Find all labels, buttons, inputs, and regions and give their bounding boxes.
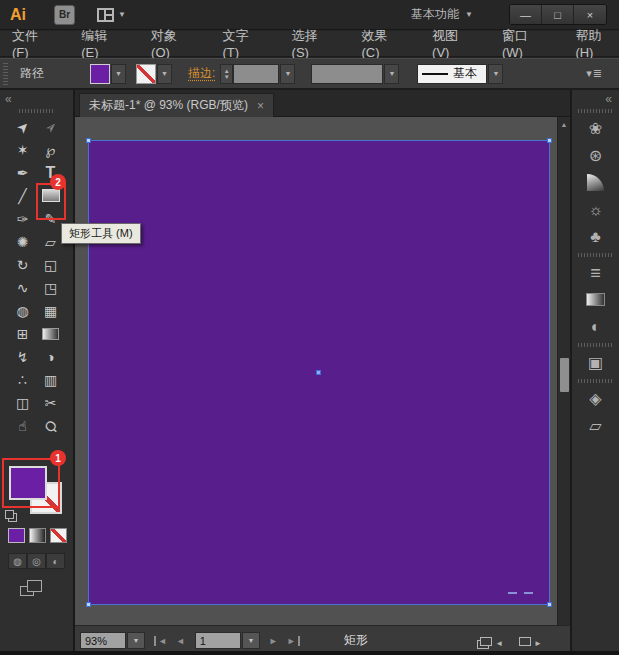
brush-definition-field[interactable]: 基本: [417, 64, 487, 84]
dock-item-transparency[interactable]: ◐: [572, 313, 619, 340]
draw-inside-button[interactable]: ◐: [46, 553, 65, 569]
last-artboard-button[interactable]: ►: [287, 636, 300, 646]
dock-collapse-button[interactable]: «: [572, 90, 619, 106]
draw-normal-button[interactable]: ◍: [8, 553, 27, 569]
first-artboard-button[interactable]: ◄: [154, 636, 167, 646]
fill-color-swatch[interactable]: [90, 64, 110, 84]
default-fill-stroke-icon[interactable]: [5, 510, 14, 519]
dock-item-symbols[interactable]: ♣: [572, 223, 619, 250]
stroke-weight-label[interactable]: 描边:: [188, 65, 215, 82]
direct-selection-tool[interactable]: ➢: [37, 115, 65, 138]
dock-item-pattern[interactable]: ☼: [572, 196, 619, 223]
workspace-switcher[interactable]: 基本功能 ▼: [411, 6, 473, 23]
center-point[interactable]: [316, 370, 321, 375]
hand-tool[interactable]: ☝: [9, 414, 37, 437]
blend-tool[interactable]: ◑: [37, 345, 65, 368]
control-panel-menu-icon[interactable]: ▾≣: [586, 67, 603, 80]
toolbar-grip[interactable]: [19, 109, 55, 113]
stroke-weight-field[interactable]: [233, 64, 279, 84]
previous-artboard-button[interactable]: ◄: [176, 636, 185, 646]
zoom-dropdown-button[interactable]: ▼: [127, 632, 145, 649]
stroke-dropdown-button[interactable]: ▼: [157, 64, 172, 84]
selection-handle[interactable]: [86, 602, 91, 607]
menu-type[interactable]: 文字(T): [222, 27, 264, 60]
toolbar-collapse-button[interactable]: «: [0, 90, 73, 106]
scroll-up-icon[interactable]: ▲: [558, 117, 570, 128]
stroke-weight-stepper[interactable]: ▲ ▼: [220, 64, 233, 84]
selection-tool[interactable]: ➤: [9, 115, 37, 138]
paintbrush-tool[interactable]: ✑: [9, 207, 37, 230]
zoom-tool[interactable]: Ϙ: [37, 414, 65, 437]
menu-help[interactable]: 帮助(H): [575, 27, 619, 60]
dock-item-swatches[interactable]: ⊛: [572, 142, 619, 169]
lasso-tool[interactable]: ℘: [37, 138, 65, 161]
vertical-scrollbar[interactable]: ▲: [557, 117, 570, 625]
gradient-button[interactable]: [29, 528, 46, 543]
brush-definition-dropdown[interactable]: ▼: [488, 64, 503, 84]
draw-behind-button[interactable]: ◎: [27, 553, 46, 569]
pen-tool[interactable]: ✒: [9, 161, 37, 184]
selected-rectangle[interactable]: [88, 140, 550, 605]
document-tab[interactable]: 未标题-1* @ 93% (RGB/预览) ×: [79, 93, 274, 117]
perspective-grid-tool[interactable]: ▦: [37, 299, 65, 322]
next-artboard-button[interactable]: ►: [269, 636, 278, 646]
artboard-dropdown-button[interactable]: ▼: [242, 632, 260, 649]
scale-tool[interactable]: ◱: [37, 253, 65, 276]
menu-effect[interactable]: 效果(C): [361, 27, 405, 60]
canvas[interactable]: [75, 117, 557, 625]
dock-item-artboards[interactable]: ▱: [572, 412, 619, 439]
dock-item-brushes[interactable]: ❀: [572, 115, 619, 142]
selection-handle[interactable]: [547, 138, 552, 143]
artboard-tool[interactable]: ◫: [9, 391, 37, 414]
maximize-button[interactable]: □: [542, 5, 574, 24]
selection-handle[interactable]: [86, 138, 91, 143]
close-button[interactable]: ×: [574, 5, 606, 24]
symbol-sprayer-tool[interactable]: ∴: [9, 368, 37, 391]
dock-item-gradient[interactable]: [572, 169, 619, 196]
mesh-tool[interactable]: ⊞: [9, 322, 37, 345]
arrange-documents-button[interactable]: ▼: [97, 8, 126, 22]
free-transform-tool[interactable]: ◳: [37, 276, 65, 299]
menu-window[interactable]: 窗口(W): [502, 27, 548, 60]
rotate-tool[interactable]: ↻: [9, 253, 37, 276]
dock-item-stroke[interactable]: ≡: [572, 259, 619, 286]
stroke-color-swatch[interactable]: [136, 64, 156, 84]
artboard-number-field[interactable]: 1: [195, 632, 241, 649]
width-tool[interactable]: ∿: [9, 276, 37, 299]
variable-width-dropdown[interactable]: ▼: [384, 64, 399, 84]
minimize-button[interactable]: —: [510, 5, 542, 24]
dock-grip[interactable]: [578, 109, 614, 113]
dock-item-appearance[interactable]: ▣: [572, 349, 619, 376]
screen-mode-button[interactable]: [20, 580, 44, 598]
variable-width-profile-field[interactable]: [311, 64, 383, 84]
magic-wand-tool[interactable]: ✶: [9, 138, 37, 161]
menu-object[interactable]: 对象(O): [151, 27, 195, 60]
dock-grip[interactable]: [578, 379, 614, 383]
tab-close-icon[interactable]: ×: [257, 99, 264, 113]
line-segment-tool[interactable]: ╱: [9, 184, 37, 207]
gradient-tool[interactable]: [37, 322, 65, 345]
column-graph-tool[interactable]: ▥: [37, 368, 65, 391]
blob-brush-tool[interactable]: ✺: [9, 230, 37, 253]
dock-item-gradient-panel[interactable]: [572, 286, 619, 313]
eyedropper-tool[interactable]: ↯: [9, 345, 37, 368]
shape-builder-tool[interactable]: ◍: [9, 299, 37, 322]
color-button[interactable]: [8, 528, 25, 543]
bridge-button[interactable]: Br: [54, 5, 75, 25]
zoom-level-field[interactable]: 93%: [80, 632, 126, 649]
pages-nav-back[interactable]: ◄: [480, 632, 503, 650]
fill-dropdown-button[interactable]: ▼: [111, 64, 126, 84]
menu-file[interactable]: 文件(F): [12, 27, 54, 60]
menu-edit[interactable]: 编辑(E): [81, 27, 124, 60]
dock-item-layers[interactable]: ◈: [572, 385, 619, 412]
slice-tool[interactable]: ✂: [37, 391, 65, 414]
scrollbar-thumb[interactable]: [560, 358, 569, 392]
menu-view[interactable]: 视图(V): [432, 27, 475, 60]
stroke-weight-dropdown[interactable]: ▼: [280, 64, 295, 84]
none-button[interactable]: [50, 528, 67, 543]
dock-grip[interactable]: [578, 253, 614, 257]
panel-grip[interactable]: [3, 63, 8, 85]
dock-grip[interactable]: [578, 343, 614, 347]
selection-handle[interactable]: [547, 602, 552, 607]
pages-nav-forward[interactable]: ►: [519, 632, 542, 650]
